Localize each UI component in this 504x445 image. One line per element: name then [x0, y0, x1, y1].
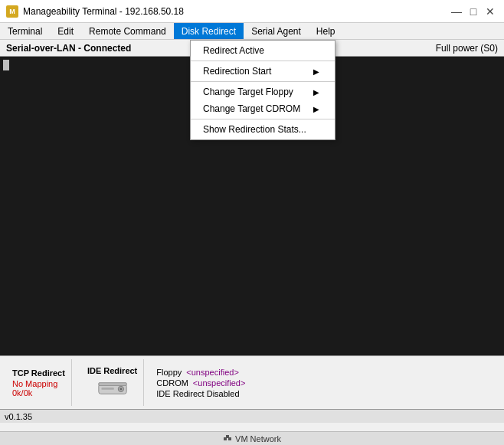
- menu-bar: Terminal Edit Remote Command Disk Redire…: [0, 23, 504, 40]
- svg-text:M: M: [9, 8, 15, 15]
- ide-disabled-label: IDE Redirect Disabled: [156, 389, 239, 398]
- minimize-button[interactable]: —: [449, 4, 464, 19]
- app-icon: M: [6, 5, 18, 18]
- network-icon: [223, 434, 232, 443]
- taskbar-hint: VM Network: [0, 431, 504, 445]
- version-bar: v0.1.35: [0, 409, 504, 423]
- menu-edit[interactable]: Edit: [50, 23, 81, 39]
- media-status-section: Floppy <unspecified> CDROM <unspecified>…: [153, 359, 245, 406]
- ide-icon: [97, 377, 128, 400]
- tcp-redirect-value2: 0k/0k: [12, 388, 65, 398]
- maximize-button[interactable]: □: [466, 4, 481, 19]
- separator-2: [191, 81, 335, 82]
- tcp-redirect-title: TCP Redirect: [12, 368, 65, 378]
- tcp-redirect-section: TCP Redirect No Mapping 0k/0k: [6, 359, 72, 406]
- version-text: v0.1.35: [5, 412, 32, 421]
- tcp-redirect-value1: No Mapping: [12, 379, 65, 388]
- close-button[interactable]: ✕: [483, 4, 498, 19]
- separator-3: [191, 119, 335, 119]
- menu-redirect-active[interactable]: Redirect Active: [191, 42, 335, 59]
- terminal-cursor: [3, 60, 9, 70]
- ide-redirect-section: IDE Redirect: [81, 359, 144, 406]
- arrow-icon-3: ▶: [313, 105, 319, 113]
- ide-disabled-row: IDE Redirect Disabled: [156, 389, 245, 398]
- menu-change-target-cdrom[interactable]: Change Target CDROM ▶: [191, 100, 335, 117]
- menu-remote-command[interactable]: Remote Command: [81, 23, 174, 39]
- svg-rect-6: [101, 388, 113, 390]
- floppy-value: <unspecified>: [186, 368, 239, 377]
- cdrom-value: <unspecified>: [193, 378, 246, 388]
- svg-rect-3: [98, 382, 126, 385]
- title-bar: M Manageability Terminal - 192.168.50.18…: [0, 0, 504, 23]
- menu-disk-redirect[interactable]: Disk Redirect: [174, 23, 244, 39]
- ide-redirect-title: IDE Redirect: [87, 366, 137, 375]
- cdrom-label: CDROM: [156, 378, 188, 388]
- taskbar-vm-network: VM Network: [217, 434, 287, 443]
- connection-status: Serial-over-LAN - Connected: [6, 43, 131, 54]
- floppy-label: Floppy: [156, 368, 182, 377]
- taskbar-label: VM Network: [235, 434, 281, 443]
- cdrom-row: CDROM <unspecified>: [156, 378, 245, 388]
- separator-1: [191, 61, 335, 61]
- window-title: Manageability Terminal - 192.168.50.18: [23, 6, 184, 17]
- disk-redirect-dropdown: Redirect Active Redirection Start ▶ Chan…: [190, 40, 335, 140]
- menu-show-redirection-stats[interactable]: Show Redirection Stats...: [191, 121, 335, 138]
- title-bar-left: M Manageability Terminal - 192.168.50.18: [6, 5, 184, 18]
- status-bar-bottom: TCP Redirect No Mapping 0k/0k IDE Redire…: [0, 355, 504, 409]
- svg-point-5: [119, 388, 122, 390]
- window-controls: — □ ✕: [449, 4, 498, 19]
- floppy-row: Floppy <unspecified>: [156, 368, 245, 377]
- menu-change-target-floppy[interactable]: Change Target Floppy ▶: [191, 83, 335, 100]
- menu-redirection-start[interactable]: Redirection Start ▶: [191, 63, 335, 80]
- menu-terminal[interactable]: Terminal: [0, 23, 50, 39]
- dropdown-menu: Redirect Active Redirection Start ▶ Chan…: [190, 40, 335, 140]
- power-status: Full power (S0): [436, 43, 498, 54]
- arrow-icon-2: ▶: [313, 88, 319, 97]
- menu-help[interactable]: Help: [309, 23, 343, 39]
- arrow-icon: ▶: [313, 67, 319, 76]
- menu-serial-agent[interactable]: Serial Agent: [244, 23, 309, 39]
